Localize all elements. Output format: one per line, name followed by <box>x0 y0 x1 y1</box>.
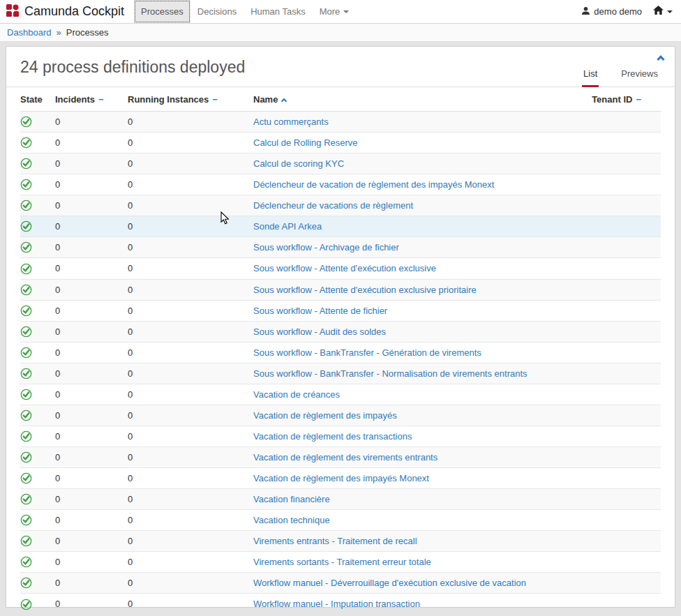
state-cell <box>20 174 55 195</box>
state-cell <box>20 531 55 552</box>
app-title: Camunda Cockpit <box>24 4 124 19</box>
process-name-link[interactable]: Vacation de règlement des impayés Monext <box>253 473 429 483</box>
column-label: Running Instances <box>128 94 209 105</box>
nav-item-label: Processes <box>141 6 184 17</box>
running-instances-cell: 0 <box>128 321 253 342</box>
table-row[interactable]: 0 0 Vacation de règlement des transactio… <box>20 426 661 446</box>
process-name-link[interactable]: Calcul de scoring KYC <box>253 158 344 169</box>
nav-item-more[interactable]: More <box>313 0 357 23</box>
table-row[interactable]: 0 0 Sous workflow - BankTransfer - Génér… <box>20 342 661 363</box>
column-header-tenant-id[interactable]: Tenant ID− <box>578 87 661 112</box>
table-row[interactable]: 0 0 Vacation financière <box>20 489 661 510</box>
collapse-panel-button[interactable] <box>658 54 664 64</box>
process-name-link[interactable]: Virements sortants - Traitement erreur t… <box>253 557 431 567</box>
sort-minus-icon[interactable]: − <box>636 94 641 105</box>
process-name-link[interactable]: Actu commerçants <box>253 117 329 127</box>
incidents-cell: 0 <box>55 510 128 531</box>
process-name-link[interactable]: Calcul de Rolling Reserve <box>253 137 358 148</box>
incidents-cell: 0 <box>55 174 128 195</box>
incidents-cell: 0 <box>55 447 128 468</box>
table-row[interactable]: 0 0 Déclencheur de vacations de règlemen… <box>20 195 661 216</box>
check-circle-icon <box>20 451 32 463</box>
process-name-link[interactable]: Vacation de règlement des transactions <box>253 431 412 442</box>
table-row[interactable]: 0 0 Sous workflow - Attente d'exécution … <box>20 258 661 279</box>
column-header-running-instances[interactable]: Running Instances− <box>128 87 253 112</box>
process-name-link[interactable]: Workflow manuel - Imputation transaction <box>253 599 420 609</box>
table-row[interactable]: 0 0 Vacation de règlement des impayés <box>20 405 661 426</box>
check-circle-icon <box>20 493 32 505</box>
column-label: State <box>20 94 43 105</box>
sort-minus-icon[interactable]: − <box>212 94 218 105</box>
table-row[interactable]: 0 0 Vacation de règlement des impayés Mo… <box>20 468 661 489</box>
table-row[interactable]: 0 0 Sonde API Arkea <box>20 216 661 237</box>
breadcrumb-dashboard[interactable]: Dashboard <box>7 27 52 38</box>
process-name-link[interactable]: Workflow manuel - Déverrouillage d'exécu… <box>253 578 526 588</box>
process-name-link[interactable]: Sous workflow - Attente d'exécution excl… <box>253 285 477 295</box>
process-name-link[interactable]: Vacation financière <box>253 494 330 504</box>
table-row[interactable]: 0 0 Actu commerçants <box>20 112 661 133</box>
process-name-link[interactable]: Sous workflow - BankTransfer - Normalisa… <box>253 368 527 379</box>
column-label: Tenant ID <box>592 94 632 105</box>
process-name-link[interactable]: Sonde API Arkea <box>253 221 322 232</box>
table-row[interactable]: 0 0 Calcul de Rolling Reserve <box>20 133 661 153</box>
table-row[interactable]: 0 0 Sous workflow - Archivage de fichier <box>20 237 661 258</box>
process-name-link[interactable]: Sous workflow - Attente de fichier <box>253 306 387 316</box>
nav-item-label: Human Tasks <box>250 6 306 17</box>
process-name-link[interactable]: Sous workflow - Audit des soldes <box>253 326 386 337</box>
table-row[interactable]: 0 0 Sous workflow - Attente de fichier <box>20 300 661 321</box>
table-row[interactable]: 0 0 Workflow manuel - Imputation transac… <box>20 594 661 615</box>
state-cell <box>20 216 55 237</box>
running-instances-cell: 0 <box>128 153 253 174</box>
home-menu[interactable] <box>653 6 673 17</box>
tenant-id-cell <box>578 363 661 384</box>
sort-ascending-icon[interactable] <box>281 98 287 104</box>
table-row[interactable]: 0 0 Déclencheur de vacation de règlement… <box>20 174 661 195</box>
process-name-link[interactable]: Vacation de règlement des virements entr… <box>253 452 437 463</box>
column-label: Incidents <box>55 94 95 105</box>
tenant-id-cell <box>578 342 661 363</box>
table-row[interactable]: 0 0 Virements sortants - Traitement erre… <box>20 552 661 573</box>
process-name-link[interactable]: Sous workflow - Attente d'exécution excl… <box>253 263 436 273</box>
state-cell <box>20 258 55 279</box>
check-circle-icon <box>20 241 32 253</box>
table-row[interactable]: 0 0 Workflow manuel - Déverrouillage d'e… <box>20 573 661 594</box>
process-name-link[interactable]: Vacation de créances <box>253 389 340 400</box>
page-title: 24 process definitions deployed <box>20 58 661 77</box>
nav-item-decisions[interactable]: Decisions <box>190 0 244 23</box>
tenant-id-cell <box>578 321 661 342</box>
table-row[interactable]: 0 0 Vacation technique <box>20 510 661 531</box>
nav-item-human-tasks[interactable]: Human Tasks <box>244 0 313 23</box>
column-header-name[interactable]: Name <box>253 87 578 112</box>
check-circle-icon <box>20 577 32 589</box>
process-name-link[interactable]: Sous workflow - BankTransfer - Génératio… <box>253 347 481 358</box>
running-instances-cell: 0 <box>128 468 253 489</box>
process-name-link[interactable]: Vacation technique <box>253 515 330 525</box>
user-menu[interactable]: demo demo <box>581 6 642 17</box>
table-row[interactable]: 0 0 Virements entrants - Traitement de r… <box>20 531 661 552</box>
nav-item-processes[interactable]: Processes <box>134 0 190 23</box>
table-row[interactable]: 0 0 Sous workflow - Audit des soldes <box>20 321 661 342</box>
running-instances-cell: 0 <box>128 426 253 446</box>
process-name-link[interactable]: Déclencheur de vacations de règlement <box>253 200 413 211</box>
tenant-id-cell <box>578 174 661 195</box>
table-row[interactable]: 0 0 Vacation de créances <box>20 384 661 405</box>
check-circle-icon <box>20 137 32 149</box>
check-circle-icon <box>20 158 32 170</box>
sort-minus-icon[interactable]: − <box>98 94 104 105</box>
process-name-link[interactable]: Sous workflow - Archivage de fichier <box>253 242 399 253</box>
incidents-cell: 0 <box>55 237 128 258</box>
incidents-cell: 0 <box>55 258 128 279</box>
process-name-link[interactable]: Vacation de règlement des impayés <box>253 410 397 421</box>
table-row[interactable]: 0 0 Sous workflow - BankTransfer - Norma… <box>20 363 661 384</box>
tab-previews[interactable]: Previews <box>620 68 659 87</box>
column-header-incidents[interactable]: Incidents− <box>55 87 128 112</box>
incidents-cell: 0 <box>55 112 128 133</box>
process-name-link[interactable]: Virements entrants - Traitement de recal… <box>253 536 417 546</box>
state-cell <box>20 510 55 531</box>
table-row[interactable]: 0 0 Vacation de règlement des virements … <box>20 447 661 468</box>
process-name-link[interactable]: Déclencheur de vacation de règlement des… <box>253 179 494 190</box>
tab-list[interactable]: List <box>582 68 599 87</box>
brand[interactable]: Camunda Cockpit <box>0 0 134 23</box>
table-row[interactable]: 0 0 Sous workflow - Attente d'exécution … <box>20 279 661 300</box>
table-row[interactable]: 0 0 Calcul de scoring KYC <box>20 153 661 174</box>
